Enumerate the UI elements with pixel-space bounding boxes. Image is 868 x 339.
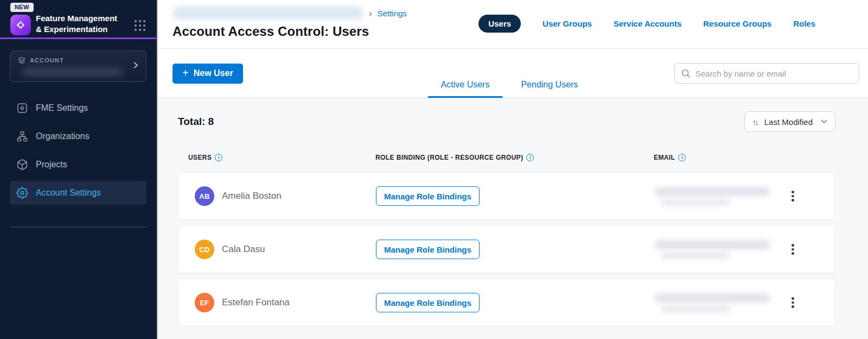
main-area: › Settings Account Access Control: Users… — [157, 0, 868, 339]
cube-icon — [16, 159, 28, 171]
avatar: EF — [195, 293, 214, 312]
tab-active-users[interactable]: Active Users — [428, 80, 503, 98]
user-name: Estefan Fontana — [222, 297, 290, 308]
row-menu-kebab-icon[interactable] — [788, 241, 797, 258]
email-redacted — [654, 173, 776, 219]
sidebar-item-label: FME Settings — [36, 103, 88, 113]
sidebar-item-organizations[interactable]: Organizations — [10, 124, 146, 148]
breadcrumb-settings-link[interactable]: Settings — [378, 9, 407, 18]
row-menu-kebab-icon[interactable] — [788, 187, 797, 205]
manage-role-bindings-button[interactable]: Manage Role Bindings — [376, 293, 480, 312]
page-header: › Settings Account Access Control: Users… — [157, 0, 868, 49]
tab-users[interactable]: Users — [478, 15, 521, 33]
sidebar-item-label: Account Settings — [36, 188, 101, 198]
user-state-tabs: Active Users Pending Users — [428, 80, 591, 98]
tab-resource-groups[interactable]: Resource Groups — [703, 19, 771, 28]
user-name: Amelia Boston — [222, 191, 282, 202]
avatar: AB — [195, 186, 214, 206]
column-users: USERS — [188, 154, 375, 161]
toolbar: + New User Active Users Pending Users — [157, 49, 868, 98]
sidebar: NEW Feature Management & Experimentation — [0, 0, 157, 339]
users-table: AB Amelia Boston Manage Role Bindings CD… — [178, 172, 835, 327]
new-user-button[interactable]: + New User — [173, 64, 243, 84]
table-row: EF Estefan Fontana Manage Role Bindings — [178, 279, 835, 327]
avatar: CD — [195, 240, 214, 259]
table-header-row: USERS ROLE BINDING (ROLE - RESOURCE GROU… — [178, 154, 835, 161]
tab-roles[interactable]: Roles — [793, 19, 815, 28]
email-redacted — [654, 226, 776, 273]
fme-logo-icon — [10, 15, 31, 35]
new-badge: NEW — [10, 3, 34, 12]
layers-icon — [18, 56, 25, 64]
sidebar-brand: NEW Feature Management & Experimentation — [0, 0, 156, 35]
brand-divider — [0, 37, 156, 39]
column-email: EMAIL — [654, 154, 792, 161]
app-switcher-icon[interactable] — [135, 20, 145, 31]
row-menu-kebab-icon[interactable] — [788, 294, 797, 311]
sidebar-nav: FME Settings Organizations — [10, 96, 146, 205]
sidebar-item-fme-settings[interactable]: FME Settings — [10, 96, 146, 120]
search-input[interactable] — [695, 69, 852, 78]
total-count: Total: 8 — [178, 116, 214, 128]
chevron-right-icon — [133, 61, 139, 72]
users-list-section: Total: 8 ↑↓ Last Modified USERS — [157, 98, 868, 339]
sidebar-item-label: Projects — [36, 160, 67, 170]
info-icon[interactable] — [215, 154, 222, 161]
chevron-right-icon: › — [369, 9, 372, 18]
manage-role-bindings-button[interactable]: Manage Role Bindings — [376, 186, 480, 206]
chevron-down-icon — [821, 120, 827, 124]
sort-arrows-icon: ↑↓ — [752, 117, 757, 127]
sidebar-item-account-settings[interactable]: Account Settings — [10, 181, 146, 205]
org-chart-icon — [16, 130, 28, 142]
tab-user-groups[interactable]: User Groups — [542, 19, 592, 28]
info-icon[interactable] — [678, 154, 686, 161]
sidebar-divider — [10, 227, 146, 228]
table-row: AB Amelia Boston Manage Role Bindings — [178, 172, 835, 220]
tab-pending-users[interactable]: Pending Users — [508, 80, 591, 98]
sort-label: Last Modified — [764, 117, 813, 127]
gear-icon — [16, 187, 28, 199]
split-icon — [16, 102, 28, 114]
product-title: Feature Management & Experimentation — [36, 13, 118, 34]
sort-dropdown[interactable]: ↑↓ Last Modified — [744, 111, 835, 132]
account-label: ACCOUNT — [30, 57, 64, 64]
search-container — [674, 63, 859, 84]
tab-service-accounts[interactable]: Service Accounts — [614, 19, 681, 28]
search-icon — [681, 69, 691, 78]
plus-icon: + — [182, 67, 189, 78]
manage-role-bindings-button[interactable]: Manage Role Bindings — [376, 240, 480, 259]
account-selector[interactable]: ACCOUNT — [10, 51, 146, 82]
access-control-tabs: Users User Groups Service Accounts Resou… — [478, 15, 868, 33]
sidebar-item-label: Organizations — [36, 131, 90, 141]
table-row: CD Cala Dasu Manage Role Bindings — [178, 225, 835, 273]
app-window: NEW Feature Management & Experimentation — [0, 0, 868, 339]
breadcrumb: › Settings — [173, 6, 407, 20]
column-role-binding: ROLE BINDING (ROLE - RESOURCE GROUP) — [375, 154, 654, 161]
page-title: Account Access Control: Users — [173, 24, 407, 39]
breadcrumb-account-redacted — [173, 7, 363, 20]
sidebar-item-projects[interactable]: Projects — [10, 153, 146, 177]
email-redacted — [654, 279, 776, 326]
info-icon[interactable] — [526, 154, 534, 161]
account-name-redacted — [22, 68, 123, 76]
new-user-label: New User — [194, 68, 233, 78]
user-name: Cala Dasu — [222, 244, 265, 255]
